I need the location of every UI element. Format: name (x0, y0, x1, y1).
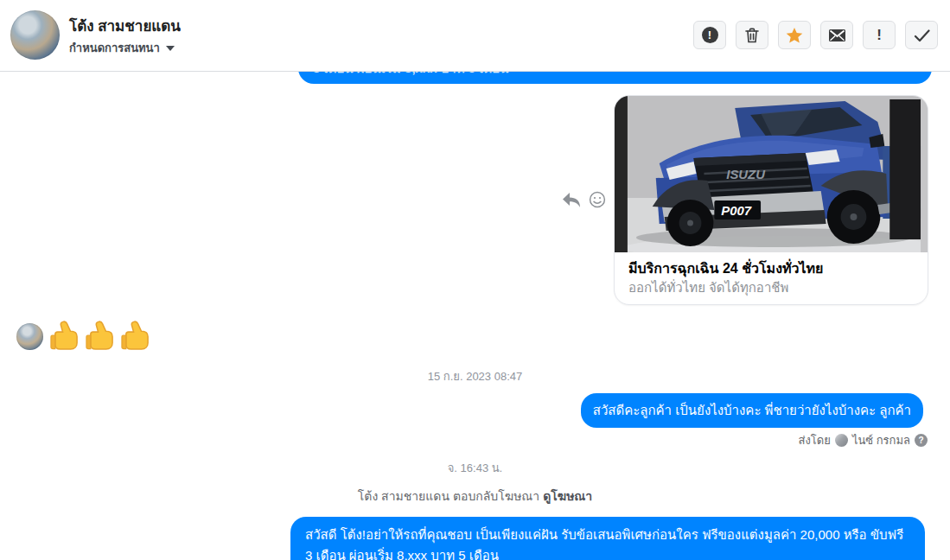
ad-reply-name: โต้ง สามชายแดน (358, 489, 449, 503)
schedule-conversation-label: กำหนดการสนทนา (69, 39, 160, 57)
date-separator: จ. 16:43 น. (0, 459, 950, 477)
check-icon (914, 29, 930, 42)
message-bubble-promo: สวัสดี โต้ง!อย่าให้รถที่คุณชอบ เป็นเพียง… (290, 517, 925, 560)
delete-button[interactable] (736, 21, 768, 49)
sent-by-attribution: ส่งโดย ไนซ์ กรกมล ? (799, 431, 928, 449)
message-hover-actions (562, 191, 606, 208)
exclamation-icon: ! (877, 28, 882, 42)
thumbs-up-message (49, 319, 150, 352)
agent-avatar (835, 434, 848, 447)
mark-spam-button[interactable]: ! (693, 21, 726, 49)
car-photo: ISUZU P007 (615, 96, 928, 252)
conversation-header: โต้ง สามชายแดน กำหนดการสนทนา ! (0, 0, 950, 72)
avatar[interactable] (10, 10, 60, 60)
chevron-down-icon (166, 46, 175, 51)
star-icon (786, 27, 803, 44)
star-button[interactable] (778, 21, 811, 49)
trash-icon (745, 28, 759, 43)
mark-important-button[interactable]: ! (863, 21, 896, 49)
thumbs-up-icon (85, 319, 115, 352)
sender-avatar (16, 323, 43, 350)
license-plate-text: P007 (721, 203, 751, 218)
ad-card-subtitle: ออกได้ทั่วไทย จัดได้ทุกอาชีพ (628, 279, 914, 296)
mark-done-button[interactable] (905, 21, 938, 49)
sent-by-label: ส่งโดย (799, 431, 831, 449)
view-ad-link[interactable]: ดูโฆษณา (543, 489, 592, 503)
reply-button[interactable] (562, 192, 581, 208)
car-brand-text: ISUZU (726, 167, 766, 181)
message-bubble-greeting: สวัสดีคะลูกค้า เป็นยังไงบ้างคะ พี่ชายว่า… (581, 393, 923, 428)
thumbs-up-icon (120, 319, 150, 352)
messenger-conversation-window: โต้ง สามชายแดน กำหนดการสนทนา ! (0, 0, 950, 560)
date-separator: 15 ก.ย. 2023 08:47 (0, 367, 950, 385)
spam-icon: ! (702, 27, 718, 43)
agent-name: ไนซ์ กรกมล (852, 431, 910, 449)
reply-arrow-icon (562, 192, 581, 208)
ad-link-card[interactable]: ISUZU P007 มีบริการฉุกเฉิน 24 ช (614, 95, 928, 305)
smiley-icon (589, 191, 606, 208)
thumbs-up-icon (49, 319, 80, 352)
schedule-conversation-dropdown[interactable]: กำหนดการสนทนา (69, 39, 175, 57)
mark-unread-button[interactable] (820, 21, 853, 49)
react-button[interactable] (589, 191, 606, 208)
header-action-bar: ! (693, 21, 938, 49)
help-icon[interactable]: ? (915, 434, 928, 447)
ad-reply-action: ตอบกลับโฆษณา (453, 489, 539, 503)
conversation-title: โต้ง สามชายแดน (69, 14, 181, 37)
ad-card-title: มีบริการฉุกเฉิน 24 ชั่วโมงทั่วไทย (628, 259, 914, 278)
ad-reply-note: โต้ง สามชายแดน ตอบกลับโฆษณา ดูโฆษณา (0, 487, 950, 506)
ad-card-body: มีบริการฉุกเฉิน 24 ชั่วโมงทั่วไทย ออกได้… (615, 252, 928, 296)
envelope-icon (829, 29, 845, 41)
